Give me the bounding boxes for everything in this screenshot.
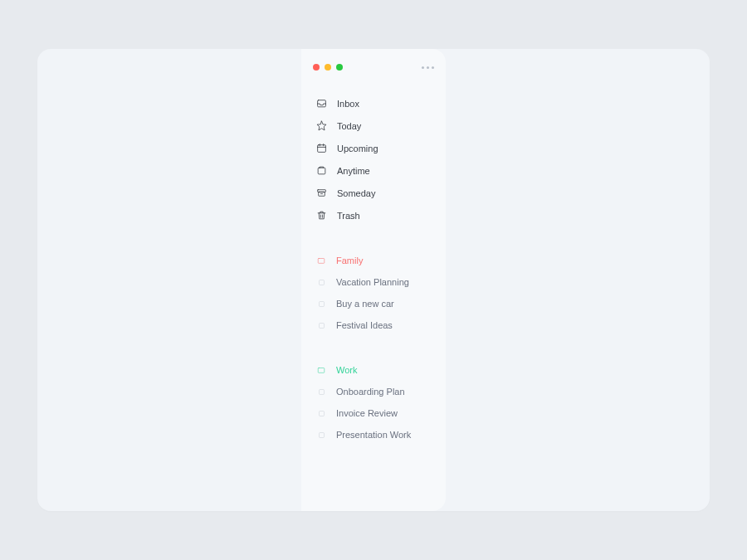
svg-rect-18 — [319, 411, 324, 416]
project-item[interactable]: Buy a new car — [313, 293, 434, 314]
area-header-work[interactable]: Work — [313, 359, 434, 381]
smart-lists-section: Inbox Today Upcoming Anyti — [313, 92, 434, 226]
folder-icon — [316, 365, 326, 375]
nav-item-label: Upcoming — [337, 144, 378, 153]
project-label: Onboarding Plan — [336, 387, 405, 397]
svg-rect-2 — [318, 145, 326, 153]
project-icon — [316, 320, 326, 330]
nav-item-today[interactable]: Today — [313, 114, 434, 137]
svg-rect-6 — [318, 168, 325, 174]
section-divider — [313, 336, 434, 359]
area-label: Family — [336, 256, 363, 265]
project-icon — [316, 387, 326, 397]
svg-rect-14 — [319, 301, 324, 306]
project-label: Vacation Planning — [336, 277, 409, 287]
minimize-window-button[interactable] — [325, 64, 331, 71]
nav-item-label: Today — [337, 121, 361, 131]
project-item[interactable]: Festival Ideas — [313, 314, 434, 336]
nav-item-label: Trash — [337, 211, 360, 221]
more-options-button[interactable] — [422, 66, 434, 69]
nav-item-label: Someday — [337, 188, 375, 198]
project-label: Presentation Work — [336, 430, 411, 440]
star-icon — [316, 120, 327, 131]
nav-item-inbox[interactable]: Inbox — [313, 92, 434, 114]
sidebar: Inbox Today Upcoming Anyti — [301, 49, 446, 511]
nav-item-someday[interactable]: Someday — [313, 182, 434, 204]
archive-icon — [316, 187, 327, 198]
svg-rect-16 — [318, 368, 325, 373]
project-label: Buy a new car — [336, 299, 394, 309]
svg-rect-13 — [319, 280, 324, 285]
project-label: Festival Ideas — [336, 320, 393, 330]
project-item[interactable]: Onboarding Plan — [313, 381, 434, 402]
window-controls-row — [313, 64, 434, 92]
svg-rect-15 — [319, 323, 324, 328]
project-icon — [316, 299, 326, 309]
svg-marker-1 — [317, 121, 326, 130]
maximize-window-button[interactable] — [336, 64, 343, 71]
svg-rect-7 — [318, 190, 326, 192]
area-header-family[interactable]: Family — [313, 250, 434, 271]
close-window-button[interactable] — [313, 64, 320, 71]
right-margin — [446, 49, 710, 511]
nav-item-trash[interactable]: Trash — [313, 204, 434, 226]
project-item[interactable]: Vacation Planning — [313, 271, 434, 293]
nav-item-label: Inbox — [337, 99, 359, 109]
project-icon — [316, 430, 326, 440]
project-item[interactable]: Invoice Review — [313, 402, 434, 424]
traffic-lights — [313, 64, 343, 71]
project-item[interactable]: Presentation Work — [313, 424, 434, 446]
main-content-area — [37, 49, 301, 511]
area-label: Work — [336, 365, 357, 375]
svg-rect-17 — [319, 389, 324, 394]
section-divider — [313, 226, 434, 250]
nav-item-anytime[interactable]: Anytime — [313, 159, 434, 182]
svg-rect-12 — [318, 259, 325, 264]
nav-item-label: Anytime — [337, 166, 370, 176]
project-icon — [316, 277, 326, 287]
project-label: Invoice Review — [336, 408, 398, 418]
nav-item-upcoming[interactable]: Upcoming — [313, 137, 434, 159]
layers-icon — [316, 165, 327, 176]
app-window: Inbox Today Upcoming Anyti — [37, 49, 710, 511]
svg-rect-19 — [319, 432, 324, 437]
folder-icon — [316, 256, 326, 265]
project-icon — [316, 408, 326, 418]
calendar-icon — [316, 143, 327, 153]
trash-icon — [316, 210, 327, 221]
inbox-icon — [316, 98, 327, 109]
